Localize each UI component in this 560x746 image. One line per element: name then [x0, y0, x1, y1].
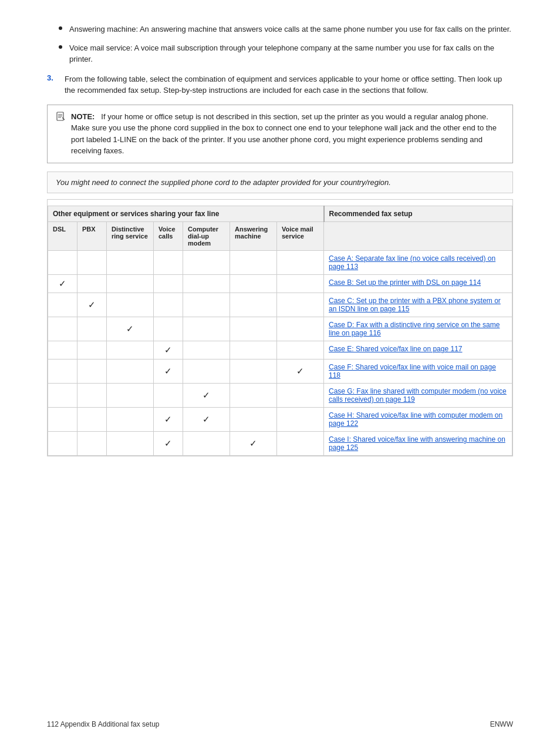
col-voicemail: Voice mail service: [277, 222, 324, 251]
case-link-6[interactable]: Case G: Fax line shared with computer mo…: [329, 387, 507, 404]
cell-row2-col0: [48, 293, 77, 317]
cell-row4-col0: [48, 341, 77, 359]
bullet-section: Answering machine: An answering machine …: [47, 23, 513, 65]
rec-cell-row4[interactable]: Case E: Shared voice/fax line on page 11…: [324, 341, 512, 359]
cell-row7-col6: [277, 408, 324, 432]
cell-row1-col3: [154, 275, 183, 293]
cell-row2-col2: [107, 293, 154, 317]
col-modem: Computer dial-up modem: [183, 222, 230, 251]
cell-row3-col0: [48, 317, 77, 341]
case-link-3[interactable]: Case D: Fax with a distinctive ring serv…: [329, 321, 500, 337]
cell-row5-col3: ✓: [154, 359, 183, 384]
bullet-text-2: Voice mail service: A voice mail subscri…: [69, 42, 513, 65]
case-link-0[interactable]: Case A: Separate fax line (no voice call…: [329, 254, 495, 271]
rec-cell-row0[interactable]: Case A: Separate fax line (no voice call…: [324, 251, 512, 275]
col-voice: Voice calls: [154, 222, 183, 251]
cell-row3-col5: [230, 317, 277, 341]
cell-row5-col6: ✓: [277, 359, 324, 384]
rec-cell-row6[interactable]: Case G: Fax line shared with computer mo…: [324, 384, 512, 408]
cell-row3-col4: [183, 317, 230, 341]
col-rec-setup: [324, 222, 512, 251]
cell-row3-col6: [277, 317, 324, 341]
table-row: ✓Case D: Fax with a distinctive ring ser…: [48, 317, 512, 341]
cell-row7-col2: [107, 408, 154, 432]
fax-table-body: Case A: Separate fax line (no voice call…: [48, 251, 512, 456]
bullet-dot-1: [59, 26, 62, 30]
cell-row8-col4: [183, 432, 230, 456]
cell-row0-col1: [77, 251, 107, 275]
rec-cell-row2[interactable]: Case C: Set up the printer with a PBX ph…: [324, 293, 512, 317]
cell-row1-col4: [183, 275, 230, 293]
table-col-headers: DSL PBX Distinctive ring service Voice c…: [48, 222, 512, 251]
cell-row6-col2: [107, 384, 154, 408]
cell-row1-col0: ✓: [48, 275, 77, 293]
table-group-header-row: Other equipment or services sharing your…: [48, 206, 512, 222]
cell-row5-col0: [48, 359, 77, 384]
table-row: ✓Case E: Shared voice/fax line on page 1…: [48, 341, 512, 359]
bullet-dot-2: [59, 45, 62, 49]
cell-row6-col0: [48, 384, 77, 408]
cell-row8-col0: [48, 432, 77, 456]
cell-row0-col4: [183, 251, 230, 275]
cell-row5-col4: [183, 359, 230, 384]
cell-row1-col5: [230, 275, 277, 293]
cell-row1-col6: [277, 275, 324, 293]
checkmark-icon: ✓: [126, 324, 134, 334]
step-3: 3. From the following table, select the …: [47, 73, 513, 96]
checkmark-icon: ✓: [203, 390, 210, 400]
cell-row7-col5: [230, 408, 277, 432]
cell-row2-col5: [230, 293, 277, 317]
col-answering: Answering machine: [230, 222, 277, 251]
cell-row5-col2: [107, 359, 154, 384]
supplied-cord-note: You might need to connect the supplied p…: [47, 172, 513, 194]
rec-header: Recommended fax setup: [324, 206, 512, 222]
cell-row1-col1: [77, 275, 107, 293]
case-link-5[interactable]: Case F: Shared voice/fax line with voice…: [329, 363, 496, 379]
case-link-4[interactable]: Case E: Shared voice/fax line on page 11…: [329, 345, 462, 353]
col-pbx: PBX: [77, 222, 107, 251]
table-row: ✓✓Case H: Shared voice/fax line with com…: [48, 408, 512, 432]
checkmark-icon: ✓: [164, 438, 172, 448]
cell-row7-col4: ✓: [183, 408, 230, 432]
cell-row1-col2: [107, 275, 154, 293]
table-row: ✓Case B: Set up the printer with DSL on …: [48, 275, 512, 293]
note-box: NOTE: If your home or office setup is no…: [47, 105, 513, 163]
checkmark-icon: ✓: [203, 414, 210, 424]
cell-row6-col3: [154, 384, 183, 408]
checkmark-icon: ✓: [59, 278, 66, 288]
footer-left: 112 Appendix B Additional fax setup: [47, 720, 159, 728]
checkmark-icon: ✓: [296, 366, 304, 376]
cell-row4-col2: [107, 341, 154, 359]
rec-cell-row7[interactable]: Case H: Shared voice/fax line with compu…: [324, 408, 512, 432]
cell-row4-col3: ✓: [154, 341, 183, 359]
cell-row0-col3: [154, 251, 183, 275]
rec-cell-row1[interactable]: Case B: Set up the printer with DSL on p…: [324, 275, 512, 293]
table-row: ✓✓Case F: Shared voice/fax line with voi…: [48, 359, 512, 384]
case-link-2[interactable]: Case C: Set up the printer with a PBX ph…: [329, 297, 501, 313]
cell-row3-col1: [77, 317, 107, 341]
checkmark-icon: ✓: [164, 414, 172, 424]
rec-cell-row3[interactable]: Case D: Fax with a distinctive ring serv…: [324, 317, 512, 341]
cell-row3-col3: [154, 317, 183, 341]
checkmark-icon: ✓: [164, 366, 172, 376]
cell-row6-col5: [230, 384, 277, 408]
cell-row8-col5: ✓: [230, 432, 277, 456]
rec-cell-row5[interactable]: Case F: Shared voice/fax line with voice…: [324, 359, 512, 384]
cell-row0-col6: [277, 251, 324, 275]
case-link-1[interactable]: Case B: Set up the printer with DSL on p…: [329, 278, 481, 287]
rec-cell-row8[interactable]: Case I: Shared voice/fax line with answe…: [324, 432, 512, 456]
step-3-number: 3.: [47, 73, 65, 82]
bullet-item-2: Voice mail service: A voice mail subscri…: [47, 42, 513, 65]
case-link-8[interactable]: Case I: Shared voice/fax line with answe…: [329, 435, 505, 452]
case-link-7[interactable]: Case H: Shared voice/fax line with compu…: [329, 411, 502, 428]
step-3-text: From the following table, select the com…: [65, 73, 513, 96]
cell-row2-col3: [154, 293, 183, 317]
supplied-cord-text: You might need to connect the supplied p…: [56, 178, 391, 187]
cell-row4-col1: [77, 341, 107, 359]
table-row: Case A: Separate fax line (no voice call…: [48, 251, 512, 275]
cell-row7-col1: [77, 408, 107, 432]
cell-row0-col2: [107, 251, 154, 275]
cell-row8-col6: [277, 432, 324, 456]
cell-row8-col1: [77, 432, 107, 456]
note-text: If your home or office setup is not desc…: [71, 112, 497, 156]
